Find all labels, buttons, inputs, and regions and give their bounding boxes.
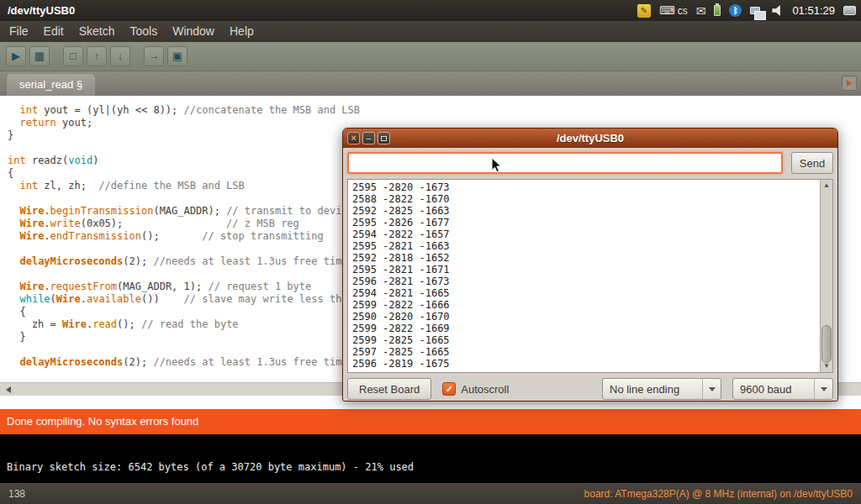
- network-icon[interactable]: [750, 7, 760, 14]
- chevron-down-icon: [702, 379, 721, 399]
- serial-line: 2597 -2825 -1665: [352, 346, 816, 358]
- tab-bar: serial_read §: [0, 71, 861, 96]
- new-sketch-button[interactable]: □: [63, 46, 83, 66]
- build-console: Binary sketch size: 6542 bytes (of a 307…: [0, 434, 861, 483]
- serial-line: 2599 -2825 -1665: [352, 334, 816, 346]
- console-line: Binary sketch size: 6542 bytes (of a 307…: [7, 461, 861, 473]
- scroll-up-arrow-icon[interactable]: ▲: [821, 180, 832, 192]
- send-button[interactable]: Send: [791, 152, 833, 174]
- baud-value: 9600 baud: [733, 383, 814, 396]
- system-tray: ✎ ⌨ cs ✉ ᛒ 01:51:29: [637, 4, 856, 18]
- serial-line: 2596 -2819 -1675: [352, 358, 816, 370]
- serial-output-area[interactable]: 2595 -2820 -16732588 -2822 -16702592 -28…: [347, 179, 833, 373]
- top-panel: /dev/ttyUSB0 ✎ ⌨ cs ✉ ᛒ 01:51:29: [0, 0, 861, 21]
- keyboard-icon: ⌨: [659, 4, 675, 17]
- serial-line: 2595 -2826 -1677: [352, 217, 816, 228]
- serial-monitor-button[interactable]: ▣: [167, 46, 188, 66]
- serial-line: 2588 -2822 -1670: [352, 193, 816, 205]
- status-bar: 138 board: ATmega328P(A) @ 8 MHz (intern…: [0, 483, 861, 504]
- serial-monitor-controls: Reset Board ✓ Autoscroll No line ending …: [347, 378, 833, 400]
- board-info: board: ATmega328P(A) @ 8 MHz (internal) …: [584, 488, 853, 500]
- bluetooth-icon[interactable]: ᛒ: [729, 4, 742, 17]
- menu-help[interactable]: Help: [222, 21, 261, 42]
- serial-line: 2596 -2821 -1673: [352, 276, 816, 287]
- tab-menu-arrow-icon: [847, 80, 852, 87]
- serial-monitor-title: /dev/ttyUSB0: [557, 132, 624, 144]
- scroll-left-arrow-icon[interactable]: [6, 386, 11, 393]
- upload-button[interactable]: →: [144, 46, 164, 66]
- menu-sketch[interactable]: Sketch: [71, 21, 123, 42]
- scrollbar-thumb[interactable]: [821, 325, 832, 363]
- serial-monitor-body: Send 2595 -2820 -16732588 -2822 -1670259…: [343, 148, 837, 402]
- save-sketch-button[interactable]: ↓: [110, 46, 130, 66]
- maximize-button[interactable]: [378, 132, 390, 144]
- reset-board-button[interactable]: Reset Board: [347, 378, 431, 400]
- mouse-cursor: [491, 157, 503, 174]
- chevron-down-icon: [814, 379, 832, 399]
- session-menu-icon[interactable]: [843, 6, 856, 15]
- screen: /dev/ttyUSB0 ✎ ⌨ cs ✉ ᛒ 01:51:29 FileEdi…: [0, 0, 861, 504]
- code-line: int yout = (yl|(yh << 8)); //concatenate…: [8, 104, 861, 117]
- line-number: 138: [8, 488, 25, 500]
- baud-select[interactable]: 9600 baud: [732, 378, 833, 400]
- notes-indicator-icon[interactable]: ✎: [637, 4, 651, 18]
- serial-output: 2595 -2820 -16732588 -2822 -16702592 -28…: [348, 180, 820, 372]
- serial-line: 2595 -2821 -1663: [352, 240, 816, 252]
- serial-line: 2594 -2821 -1665: [352, 287, 816, 299]
- maximize-icon: [381, 136, 387, 141]
- messages-indicator-icon[interactable]: ✉: [696, 4, 706, 18]
- compile-status: Done compiling. No syntax errors found: [0, 409, 861, 434]
- toolbar: ▶▦□↑↓→▣: [0, 42, 861, 71]
- line-ending-select[interactable]: No line ending: [602, 378, 721, 400]
- serial-send-input[interactable]: [347, 152, 783, 174]
- serial-line: 2599 -2822 -1666: [352, 299, 816, 311]
- battery-icon[interactable]: [714, 5, 721, 16]
- verify-button[interactable]: ▶: [6, 46, 26, 66]
- tab-serial-read[interactable]: serial_read §: [7, 74, 95, 96]
- stop-button[interactable]: ▦: [29, 46, 50, 66]
- panel-window-title: /dev/ttyUSB0: [5, 4, 75, 17]
- keyboard-indicator[interactable]: ⌨ cs: [659, 4, 688, 17]
- serial-line: 2590 -2820 -1670: [352, 311, 816, 323]
- close-button[interactable]: ×: [347, 132, 360, 144]
- toolbar-buttons: ▶▦□↑↓→▣: [6, 46, 188, 66]
- autoscroll-label: Autoscroll: [461, 383, 509, 396]
- serial-input-row: Send: [347, 152, 833, 175]
- serial-monitor-window: × – /dev/ttyUSB0 Send 2595 -2820 -167325…: [342, 128, 838, 402]
- autoscroll-checkbox[interactable]: ✓: [442, 382, 456, 396]
- menu-tools[interactable]: Tools: [123, 21, 166, 42]
- menu-edit[interactable]: Edit: [36, 21, 71, 42]
- volume-icon[interactable]: [772, 5, 784, 16]
- serial-line: 2592 -2818 -1652: [352, 252, 816, 264]
- serial-monitor-titlebar[interactable]: × – /dev/ttyUSB0: [343, 129, 837, 148]
- serial-line: 2595 -2820 -1673: [352, 181, 816, 193]
- keyboard-layout-label: cs: [678, 5, 688, 17]
- menu-file[interactable]: File: [2, 21, 36, 42]
- line-ending-value: No line ending: [603, 383, 702, 396]
- tab-menu-button[interactable]: [842, 76, 857, 91]
- serial-line: 2592 -2825 -1663: [352, 205, 816, 217]
- clock[interactable]: 01:51:29: [792, 4, 835, 17]
- menu-bar: FileEditSketchToolsWindowHelp: [0, 21, 861, 42]
- menu-window[interactable]: Window: [165, 21, 222, 42]
- minimize-button[interactable]: –: [362, 132, 375, 144]
- open-sketch-button[interactable]: ↑: [87, 46, 107, 66]
- scroll-down-arrow-icon[interactable]: ▼: [821, 360, 832, 372]
- serial-line: 2594 -2822 -1657: [352, 228, 816, 240]
- serial-line: 2599 -2822 -1669: [352, 323, 816, 334]
- compile-status-message: Done compiling. No syntax errors found: [7, 415, 198, 428]
- serial-scrollbar[interactable]: ▲ ▼: [820, 180, 832, 372]
- serial-line: 2595 -2821 -1671: [352, 264, 816, 276]
